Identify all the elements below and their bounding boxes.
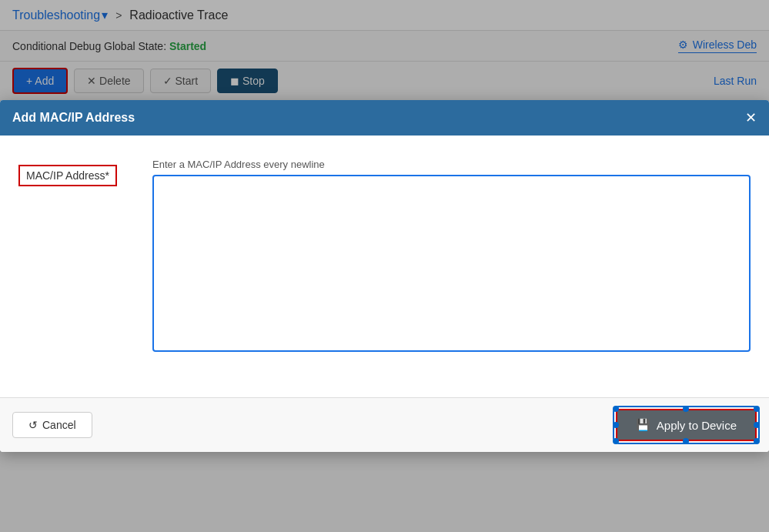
field-input-container: Enter a MAC/IP Address every newline xyxy=(152,159,751,352)
corner-dot-br xyxy=(754,438,760,444)
modal-footer: ↺ Cancel 💾 Apply to Device xyxy=(0,397,769,452)
modal-overlay: Add MAC/IP Address ✕ MAC/IP Address* Ent… xyxy=(0,0,769,532)
textarea-instruction: Enter a MAC/IP Address every newline xyxy=(152,159,751,170)
apply-button-wrapper: 💾 Apply to Device xyxy=(616,409,757,441)
cancel-button[interactable]: ↺ Cancel xyxy=(12,412,92,438)
apply-to-device-button[interactable]: 💾 Apply to Device xyxy=(616,409,757,441)
modal-title: Add MAC/IP Address xyxy=(12,111,135,125)
modal-close-button[interactable]: ✕ xyxy=(745,111,757,125)
mac-ip-textarea[interactable] xyxy=(152,175,751,352)
modal-body: MAC/IP Address* Enter a MAC/IP Address e… xyxy=(0,136,769,397)
corner-dot-tl xyxy=(613,406,619,412)
mac-ip-label: MAC/IP Address* xyxy=(18,165,117,186)
corner-dot-mr xyxy=(754,422,760,428)
corner-dot-tm xyxy=(683,406,689,412)
corner-dot-bl xyxy=(613,438,619,444)
corner-dot-ml xyxy=(613,422,619,428)
modal-header: Add MAC/IP Address ✕ xyxy=(0,100,769,136)
corner-dot-bm xyxy=(683,438,689,444)
field-label-container: MAC/IP Address* xyxy=(18,159,134,186)
apply-icon: 💾 xyxy=(636,418,650,432)
cancel-icon: ↺ xyxy=(28,419,38,431)
modal-dialog: Add MAC/IP Address ✕ MAC/IP Address* Ent… xyxy=(0,100,769,452)
corner-dot-tr xyxy=(754,406,760,412)
